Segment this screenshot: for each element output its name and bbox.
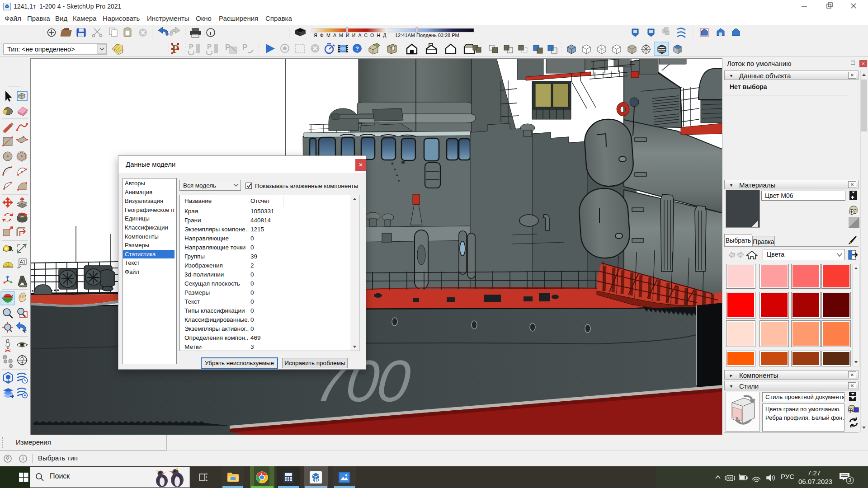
- svg-text:12:41AM Полдень 03:28 PM: 12:41AM Полдень 03:28 PM: [395, 33, 459, 38]
- svg-text:P: P: [242, 43, 247, 52]
- svg-text:ЯФМАМИИАСОНД: ЯФМАМИИАСОНД: [314, 33, 389, 38]
- svg-text:Тип: <не определено>: Тип: <не определено>: [7, 46, 75, 53]
- svg-text:?: ?: [355, 45, 359, 52]
- svg-text:P: P: [189, 42, 193, 50]
- svg-text:3: 3: [849, 477, 852, 483]
- svg-text:P: P: [207, 42, 212, 50]
- svg-text:A1: A1: [20, 259, 26, 264]
